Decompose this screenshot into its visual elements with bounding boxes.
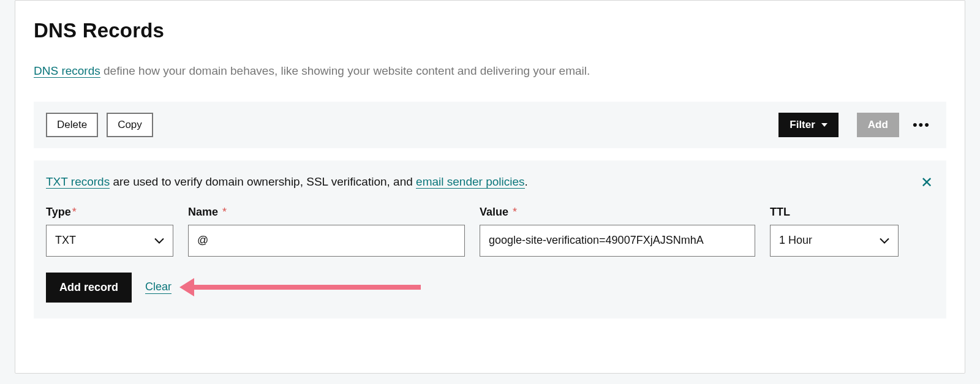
add-button[interactable]: Add bbox=[857, 113, 899, 137]
page-description: DNS records define how your domain behav… bbox=[34, 63, 946, 80]
chevron-down-icon bbox=[154, 234, 164, 247]
close-icon[interactable]: ✕ bbox=[921, 174, 933, 191]
dns-records-link[interactable]: DNS records bbox=[34, 64, 100, 78]
records-toolbar: Delete Copy Filter Add ••• bbox=[34, 102, 946, 148]
name-field: Name * bbox=[188, 206, 465, 257]
add-record-button[interactable]: Add record bbox=[46, 273, 132, 303]
name-label: Name * bbox=[188, 206, 465, 219]
arrow-left-icon bbox=[179, 278, 194, 296]
type-value: TXT bbox=[55, 234, 76, 247]
fields-row: Type* TXT Name * Value * bbox=[46, 206, 934, 257]
ttl-label: TTL bbox=[770, 206, 899, 219]
page-title: DNS Records bbox=[34, 19, 946, 42]
name-input[interactable] bbox=[188, 225, 465, 257]
annotation-arrow bbox=[179, 278, 421, 296]
delete-button[interactable]: Delete bbox=[46, 113, 98, 137]
ttl-select[interactable]: 1 Hour bbox=[770, 225, 899, 257]
chevron-down-icon bbox=[821, 123, 827, 127]
filter-label: Filter bbox=[790, 119, 815, 131]
ttl-field: TTL 1 Hour bbox=[770, 206, 899, 257]
form-actions: Add record Clear bbox=[46, 273, 934, 303]
email-sender-policies-link[interactable]: email sender policies bbox=[416, 175, 524, 189]
value-input[interactable] bbox=[480, 225, 755, 257]
ttl-value: 1 Hour bbox=[779, 234, 812, 247]
type-select[interactable]: TXT bbox=[46, 225, 173, 257]
type-field: Type* TXT bbox=[46, 206, 173, 257]
chevron-down-icon bbox=[880, 234, 889, 247]
copy-button[interactable]: Copy bbox=[107, 113, 153, 137]
clear-button[interactable]: Clear bbox=[145, 280, 172, 294]
filter-button[interactable]: Filter bbox=[778, 113, 839, 137]
add-record-form: ✕ TXT records are used to verify domain … bbox=[34, 160, 946, 318]
txt-records-link[interactable]: TXT records bbox=[46, 175, 110, 189]
dns-records-panel: DNS Records DNS records define how your … bbox=[15, 0, 965, 374]
form-info-text: TXT records are used to verify domain ow… bbox=[46, 175, 934, 189]
value-label: Value * bbox=[480, 206, 755, 219]
more-options-icon[interactable]: ••• bbox=[909, 117, 934, 133]
type-label: Type* bbox=[46, 206, 173, 219]
value-field: Value * bbox=[480, 206, 755, 257]
description-text: define how your domain behaves, like sho… bbox=[100, 64, 590, 77]
